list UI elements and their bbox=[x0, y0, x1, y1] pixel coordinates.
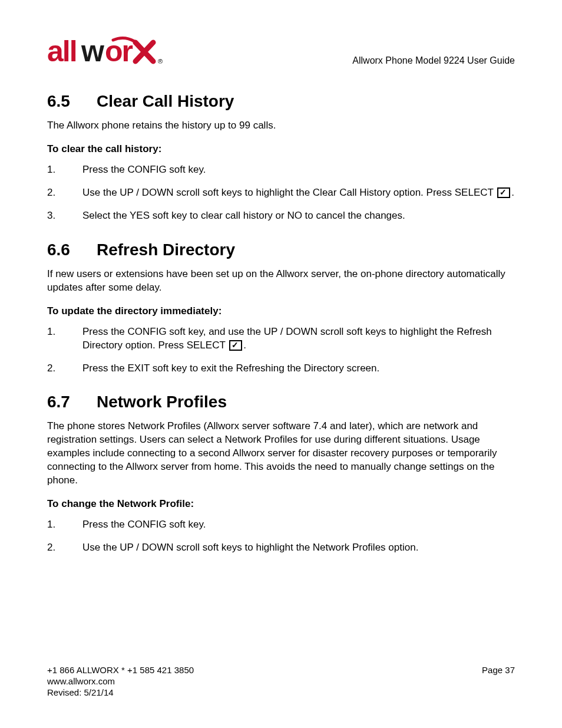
select-check-icon bbox=[497, 187, 510, 198]
procedure-steps: Press the CONFIG soft key. Use the UP / … bbox=[47, 163, 515, 223]
section-intro: If new users or extensions have been set… bbox=[47, 268, 515, 295]
procedure-lead: To change the Network Profile: bbox=[47, 498, 515, 510]
step-text: Press the EXIT soft key to exit the Refr… bbox=[82, 363, 379, 374]
section-heading-6-6: 6.6Refresh Directory bbox=[47, 241, 515, 259]
step-text: Press the CONFIG soft key. bbox=[82, 164, 206, 175]
select-check-icon bbox=[229, 340, 242, 351]
section-number: 6.5 bbox=[47, 92, 97, 111]
document-page: all w or ® Allworx Phone Model 9224 User… bbox=[0, 0, 562, 728]
step-text: Use the UP / DOWN scroll soft keys to hi… bbox=[82, 187, 496, 198]
footer-contact: +1 866 ALLWORX * +1 585 421 3850 www.all… bbox=[47, 665, 194, 699]
page-footer: +1 866 ALLWORX * +1 585 421 3850 www.all… bbox=[47, 665, 515, 699]
procedure-lead: To clear the call history: bbox=[47, 143, 515, 155]
step-text: . bbox=[511, 187, 514, 198]
svg-text:®: ® bbox=[158, 58, 163, 65]
step-item: Select the YES soft key to clear call hi… bbox=[47, 209, 515, 223]
procedure-lead: To update the directory immediately: bbox=[47, 305, 515, 317]
step-item: Press the CONFIG soft key. bbox=[47, 518, 515, 532]
section-heading-6-5: 6.5Clear Call History bbox=[47, 92, 515, 111]
page-header: all w or ® Allworx Phone Model 9224 User… bbox=[47, 35, 515, 68]
svg-text:w: w bbox=[81, 35, 104, 68]
footer-phone: +1 866 ALLWORX * +1 585 421 3850 bbox=[47, 665, 194, 675]
footer-revised: Revised: 5/21/14 bbox=[47, 687, 194, 697]
section-number: 6.7 bbox=[47, 393, 97, 411]
step-text: Press the CONFIG soft key, and use the U… bbox=[82, 326, 492, 351]
section-title: Network Profiles bbox=[97, 393, 227, 411]
step-text: Press the CONFIG soft key. bbox=[82, 519, 206, 530]
procedure-steps: Press the CONFIG soft key. Use the UP / … bbox=[47, 518, 515, 555]
section-number: 6.6 bbox=[47, 241, 97, 259]
step-item: Use the UP / DOWN scroll soft keys to hi… bbox=[47, 541, 515, 555]
section-title: Clear Call History bbox=[97, 92, 234, 110]
step-text: Use the UP / DOWN scroll soft keys to hi… bbox=[82, 542, 418, 553]
step-item: Press the EXIT soft key to exit the Refr… bbox=[47, 362, 515, 375]
step-text: . bbox=[243, 340, 246, 351]
section-heading-6-7: 6.7Network Profiles bbox=[47, 393, 515, 411]
step-item: Use the UP / DOWN scroll soft keys to hi… bbox=[47, 186, 515, 200]
procedure-steps: Press the CONFIG soft key, and use the U… bbox=[47, 325, 515, 375]
section-intro: The Allworx phone retains the history up… bbox=[47, 119, 515, 133]
document-title: Allworx Phone Model 9224 User Guide bbox=[352, 55, 515, 66]
section-title: Refresh Directory bbox=[97, 241, 235, 259]
page-number: Page 37 bbox=[482, 665, 515, 699]
allworx-logo-icon: all w or ® bbox=[47, 35, 189, 68]
step-text: Select the YES soft key to clear call hi… bbox=[82, 210, 405, 221]
step-item: Press the CONFIG soft key. bbox=[47, 163, 515, 177]
section-intro: The phone stores Network Profiles (Allwo… bbox=[47, 420, 515, 487]
footer-url: www.allworx.com bbox=[47, 676, 194, 686]
svg-text:all: all bbox=[47, 35, 77, 68]
step-item: Press the CONFIG soft key, and use the U… bbox=[47, 325, 515, 353]
allworx-logo: all w or ® bbox=[47, 35, 189, 68]
